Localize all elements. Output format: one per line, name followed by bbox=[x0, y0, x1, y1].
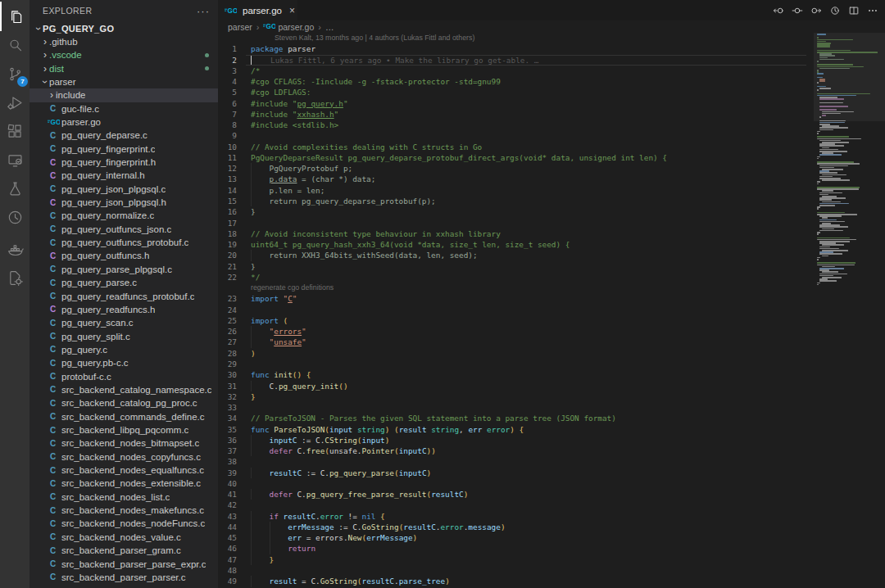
line-number: 45 bbox=[218, 532, 244, 543]
file-pg-query-outfuncs-json.c[interactable]: Cpg_query_outfuncs_json.c bbox=[30, 222, 218, 236]
folder-include[interactable]: ›include bbox=[30, 88, 218, 102]
tree-item-label: dist bbox=[49, 64, 64, 74]
file-protobuf-c.c[interactable]: Cprotobuf-c.c bbox=[30, 369, 218, 383]
close-icon[interactable]: × bbox=[289, 5, 295, 16]
file-parser.go[interactable]: GOparser.go bbox=[30, 115, 218, 129]
tree-item-label: guc-file.c bbox=[61, 104, 99, 114]
activity-docker[interactable] bbox=[0, 234, 30, 264]
breadcrumb-item[interactable]: GOparser.go bbox=[263, 21, 314, 33]
file-src-backend-nodes-bitmapset.c[interactable]: Csrc_backend_nodes_bitmapset.c bbox=[30, 436, 218, 450]
indent-guide bbox=[251, 554, 252, 565]
file-pg-query-split.c[interactable]: Cpg_query_split.c bbox=[30, 329, 218, 343]
c-file-icon: C bbox=[48, 144, 58, 153]
file-history-icon[interactable] bbox=[829, 5, 841, 16]
open-next-change-icon[interactable] bbox=[810, 5, 822, 16]
code-viewport[interactable]: Steven Kalt, 13 months ago | 4 authors (… bbox=[218, 33, 885, 588]
file-src-backend-nodes-nodeFuncs.c[interactable]: Csrc_backend_nodes_nodeFuncs.c bbox=[30, 517, 218, 531]
explorer-title: EXPLORER bbox=[43, 6, 92, 16]
code-line-31: 31 C.pg_query_init() bbox=[218, 381, 885, 391]
file-src-backend-nodes-value.c[interactable]: Csrc_backend_nodes_value.c bbox=[30, 530, 218, 544]
file-pg-query-fingerprint.h[interactable]: Cpg_query_fingerprint.h bbox=[30, 156, 218, 170]
tab-parser-go[interactable]: GO parser.go × bbox=[218, 0, 297, 20]
breadcrumb-item[interactable]: parser bbox=[228, 22, 252, 32]
activity-testing[interactable] bbox=[0, 174, 30, 203]
minimap-line bbox=[819, 127, 847, 129]
tree-item-label: src_backend_nodes_equalfuncs.c bbox=[61, 465, 204, 475]
file-pg-query-scan.c[interactable]: Cpg_query_scan.c bbox=[30, 316, 218, 330]
activity-explorer[interactable] bbox=[0, 2, 30, 31]
line-number: 8 bbox=[218, 120, 244, 130]
file-pg-query-readfuncs.h[interactable]: Cpg_query_readfuncs.h bbox=[30, 302, 218, 316]
breadcrumb-item[interactable]: … bbox=[325, 22, 334, 32]
file-pg-query.pb-c.c[interactable]: Cpg_query.pb-c.c bbox=[30, 356, 218, 370]
folder-dist[interactable]: ›dist bbox=[30, 61, 218, 75]
explorer-more-actions-icon[interactable]: ··· bbox=[197, 5, 210, 17]
minimap-line bbox=[822, 147, 829, 149]
indent-guide bbox=[270, 522, 270, 532]
file-src-backend-parser-gram.c[interactable]: Csrc_backend_parser_gram.c bbox=[30, 544, 218, 558]
file-src-backend-nodes-equalfuncs.c[interactable]: Csrc_backend_nodes_equalfuncs.c bbox=[30, 464, 218, 477]
folder-.github[interactable]: ›.github bbox=[30, 34, 218, 48]
codelens-regenerate-cgo[interactable]: regenerate cgo definitions bbox=[218, 283, 885, 293]
tree-item-label: pg_query_readfuncs_protobuf.c bbox=[61, 292, 194, 301]
minimap-line bbox=[819, 102, 843, 104]
file-pg-query-readfuncs-protobuf.c[interactable]: Cpg_query_readfuncs_protobuf.c bbox=[30, 289, 218, 303]
more-actions-icon[interactable] bbox=[867, 5, 878, 16]
activity-gitlens[interactable] bbox=[0, 202, 30, 232]
minimap-line bbox=[819, 98, 844, 100]
file-src-backend-catalog-pg-proc.c[interactable]: Csrc_backend_catalog_pg_proc.c bbox=[30, 396, 218, 410]
file-pg-query-fingerprint.c[interactable]: Cpg_query_fingerprint.c bbox=[30, 142, 218, 156]
file-pg-query-parse-plpgsql.c[interactable]: Cpg_query_parse_plpgsql.c bbox=[30, 262, 218, 276]
minimap[interactable] bbox=[814, 33, 885, 295]
file-src-backend-parser-parser.c[interactable]: Csrc_backend_parser_parser.c bbox=[30, 570, 218, 584]
minimap-line bbox=[822, 111, 854, 113]
activity-search[interactable] bbox=[0, 30, 30, 60]
c-file-icon: C bbox=[48, 559, 58, 568]
file-pg-query-deparse.c[interactable]: Cpg_query_deparse.c bbox=[30, 129, 218, 142]
folder-.vscode[interactable]: ›.vscode bbox=[30, 48, 218, 62]
minimap-line bbox=[819, 145, 844, 147]
open-previous-change-icon[interactable] bbox=[773, 5, 784, 16]
file-pg-query-internal.h[interactable]: Cpg_query_internal.h bbox=[30, 169, 218, 183]
activity-source-control[interactable]: 7 bbox=[0, 59, 30, 88]
folder-parser[interactable]: ›parser bbox=[30, 75, 218, 88]
line-number: 42 bbox=[218, 500, 244, 510]
file-guc-file.c[interactable]: Cguc-file.c bbox=[30, 102, 218, 115]
file-pg-query-json-plpgsql.h[interactable]: Cpg_query_json_plpgsql.h bbox=[30, 196, 218, 210]
file-pg-query.c[interactable]: Cpg_query.c bbox=[30, 342, 218, 356]
file-src-backend-nodes-list.c[interactable]: Csrc_backend_nodes_list.c bbox=[30, 490, 218, 504]
activity-file-settings[interactable] bbox=[0, 263, 30, 292]
folder-PG-QUERY-GO[interactable]: ›PG_QUERY_GO bbox=[30, 21, 218, 35]
file-pg-query-parse.c[interactable]: Cpg_query_parse.c bbox=[30, 276, 218, 290]
file-src-backend-parser-parse-expr.c[interactable]: Csrc_backend_parser_parse_expr.c bbox=[30, 557, 218, 571]
activity-run-and-debug[interactable] bbox=[0, 88, 30, 117]
file-pg-query-outfuncs.h[interactable]: Cpg_query_outfuncs.h bbox=[30, 249, 218, 263]
file-src-backend-nodes-copyfuncs.c[interactable]: Csrc_backend_nodes_copyfuncs.c bbox=[30, 450, 218, 464]
gitlens-inline-blame: Lukas Fittl, 6 years ago • Make the libr… bbox=[251, 55, 538, 66]
file-pg-query-outfuncs-protobuf.c[interactable]: Cpg_query_outfuncs_protobuf.c bbox=[30, 236, 218, 250]
minimap-line bbox=[822, 201, 840, 203]
file-src-backend-commands-define.c[interactable]: Csrc_backend_commands_define.c bbox=[30, 409, 218, 423]
split-editor-icon[interactable] bbox=[848, 5, 860, 16]
file-src-backend-libpq-pqcomm.c[interactable]: Csrc_backend_libpq_pqcomm.c bbox=[30, 423, 218, 437]
file-pg-query-json-plpgsql.c[interactable]: Cpg_query_json_plpgsql.c bbox=[30, 182, 218, 196]
code-line-19: 19uint64_t pg_query_hash_xxh3_64(void *d… bbox=[218, 239, 885, 250]
svg-text:GO: GO bbox=[228, 7, 237, 15]
chevron-right-icon: › bbox=[41, 49, 49, 61]
file-pg-query-normalize.c[interactable]: Cpg_query_normalize.c bbox=[30, 209, 218, 223]
tree-item-label: src_backend_catalog_pg_proc.c bbox=[61, 398, 197, 408]
activity-extensions[interactable] bbox=[0, 116, 30, 146]
file-src-backend-nodes-makefuncs.c[interactable]: Csrc_backend_nodes_makefuncs.c bbox=[30, 504, 218, 518]
code-line-3: 3/* bbox=[218, 66, 885, 76]
open-changes-icon[interactable] bbox=[792, 5, 803, 16]
c-file-icon: C bbox=[48, 399, 58, 408]
code-line-41: 41 defer C.pg_query_free_parse_result(re… bbox=[218, 489, 885, 500]
file-src-backend-nodes-extensible.c[interactable]: Csrc_backend_nodes_extensible.c bbox=[30, 477, 218, 491]
minimap-line bbox=[819, 55, 835, 57]
line-number: 49 bbox=[218, 576, 244, 586]
chevron-right-icon: › bbox=[48, 89, 56, 101]
file-src-backend-catalog-namespace.c[interactable]: Csrc_backend_catalog_namespace.c bbox=[30, 382, 218, 396]
line-number: 12 bbox=[218, 163, 244, 174]
minimap-line bbox=[819, 247, 830, 248]
activity-remote-explorer[interactable] bbox=[0, 145, 30, 174]
